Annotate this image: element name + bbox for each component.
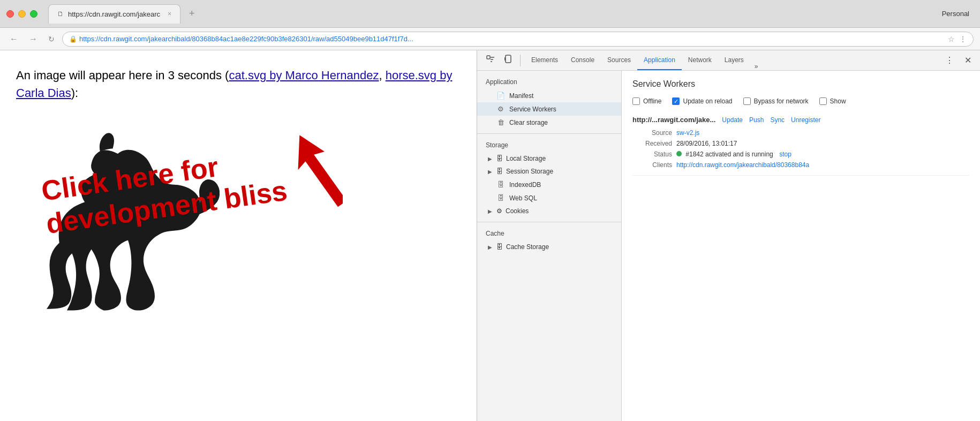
text-before: An image will appear here in 3 seconds ( [16, 69, 229, 82]
address-bar[interactable]: 🔒 https://cdn.rawgit.com/jakearchibald/8… [62, 32, 974, 47]
cookies-icon: ⚙ [496, 207, 502, 215]
push-link[interactable]: Push [749, 116, 764, 124]
devtools-actions: ⋮ ✕ [941, 53, 976, 67]
traffic-lights [6, 10, 37, 18]
service-workers-icon: ⚙ [496, 105, 505, 113]
sw-source-row: Source sw-v2.js [632, 129, 969, 137]
maximize-button[interactable] [30, 10, 37, 18]
address-menu-icon[interactable]: ⋮ [959, 35, 967, 43]
offline-checkbox-label[interactable]: Offline [632, 97, 661, 105]
toolbar-separator [520, 55, 521, 66]
tab-area: 🗋 https://cdn.rawgit.com/jakearc × + [48, 4, 942, 24]
panel-title: Service Workers [632, 79, 969, 89]
new-tab-button[interactable]: + [180, 5, 203, 22]
reload-button[interactable]: ↻ [45, 33, 58, 46]
arrow-icon-3: ▶ [488, 208, 492, 214]
clients-value: http://cdn.rawgit.com/jakearchibald/8036… [676, 161, 809, 169]
sidebar-section-cache: Cache [477, 227, 621, 240]
status-indicator: #1842 activated and is running stop [676, 151, 791, 158]
sidebar-item-indexeddb[interactable]: 🗄 IndexedDB [477, 178, 621, 191]
more-tabs-button[interactable]: » [750, 63, 763, 70]
received-value: 28/09/2016, 13:01:17 [676, 140, 737, 147]
update-link[interactable]: Update [722, 116, 743, 124]
offline-checkbox[interactable] [632, 97, 640, 105]
forward-button[interactable]: → [26, 32, 41, 46]
address-text: https://cdn.rawgit.com/jakearchibald/803… [79, 35, 944, 43]
update-on-reload-label[interactable]: ✓ Update on reload [672, 97, 732, 105]
sidebar-item-local-storage[interactable]: ▶ 🗄 Local Storage [477, 152, 621, 165]
sw-received-row: Received 28/09/2016, 13:01:17 [632, 140, 969, 147]
devtools-body: Application 📄 Manifest ⚙ Service Workers… [477, 71, 980, 421]
manifest-icon: 📄 [496, 92, 505, 100]
sidebar-separator-1 [477, 133, 621, 134]
indexeddb-icon: 🗄 [496, 181, 505, 189]
text-after: ): [71, 86, 78, 100]
browser-tab[interactable]: 🗋 https://cdn.rawgit.com/jakearc × [48, 4, 180, 24]
sidebar-item-cookies[interactable]: ▶ ⚙ Cookies [477, 205, 621, 217]
sidebar-item-session-storage[interactable]: ▶ 🗄 Session Storage [477, 165, 621, 178]
devtools-menu-button[interactable]: ⋮ [941, 53, 958, 67]
status-value: #1842 activated and is running [685, 151, 773, 158]
session-storage-icon: 🗄 [496, 168, 503, 175]
tab-favicon-icon: 🗋 [57, 10, 64, 18]
cat-link[interactable]: cat.svg by Marco Hernandez [229, 69, 379, 82]
devtools-sidebar: Application 📄 Manifest ⚙ Service Workers… [477, 71, 622, 421]
profile-label: Personal [942, 10, 974, 18]
tab-close-button[interactable]: × [168, 10, 171, 18]
tab-sources[interactable]: Sources [601, 50, 637, 70]
webpage-content: An image will appear here in 3 seconds (… [0, 50, 477, 421]
sidebar-item-manifest[interactable]: 📄 Manifest [477, 89, 621, 102]
minimize-button[interactable] [18, 10, 26, 18]
status-label: Status [635, 151, 672, 158]
sidebar-item-clear-storage[interactable]: 🗑 Clear storage [477, 116, 621, 129]
show-checkbox[interactable] [819, 97, 827, 105]
bypass-network-label[interactable]: Bypass for network [743, 97, 809, 105]
devtools-tabs: Elements Console Sources Application Net… [523, 50, 941, 70]
devtools-toolbar: Elements Console Sources Application Net… [477, 50, 980, 71]
ssl-lock-icon: 🔒 [69, 35, 77, 43]
back-button[interactable]: ← [6, 32, 21, 46]
content-area: An image will appear here in 3 seconds (… [0, 50, 980, 421]
device-toggle-button[interactable] [500, 52, 518, 69]
sw-clients-row: Clients http://cdn.rawgit.com/jakearchib… [632, 161, 969, 169]
tab-network[interactable]: Network [682, 50, 718, 70]
horse-image [16, 112, 273, 359]
sw-url-row: http://...rawgit.com/jake... Update Push… [632, 116, 969, 124]
bypass-network-checkbox[interactable] [743, 97, 751, 105]
tab-url-label: https://cdn.rawgit.com/jakearc [68, 10, 160, 18]
tab-elements[interactable]: Elements [525, 50, 564, 70]
tab-console[interactable]: Console [564, 50, 601, 70]
cache-storage-icon: 🗄 [496, 243, 503, 251]
source-label: Source [635, 129, 672, 137]
svg-rect-1 [487, 56, 490, 59]
sidebar-separator-2 [477, 222, 621, 222]
unregister-link[interactable]: Unregister [791, 116, 820, 124]
nav-bar: ← → ↻ 🔒 https://cdn.rawgit.com/jakearchi… [0, 28, 980, 50]
sw-status-row: Status #1842 activated and is running st… [632, 151, 969, 158]
inspect-element-button[interactable] [481, 52, 500, 69]
devtools-close-button[interactable]: ✕ [960, 53, 976, 67]
sidebar-section-application: Application [477, 75, 621, 89]
sidebar-item-web-sql[interactable]: 🗄 Web SQL [477, 191, 621, 205]
sw-entry: http://...rawgit.com/jake... Update Push… [632, 116, 969, 176]
sidebar-item-service-workers[interactable]: ⚙ Service Workers [477, 102, 621, 116]
arrow-icon-4: ▶ [488, 244, 492, 250]
devtools-main: Service Workers Offline ✓ Update on relo… [622, 71, 980, 421]
close-button[interactable] [6, 10, 14, 18]
local-storage-icon: 🗄 [496, 155, 503, 162]
title-bar: 🗋 https://cdn.rawgit.com/jakearc × + Per… [0, 0, 980, 28]
sidebar-item-cache-storage[interactable]: ▶ 🗄 Cache Storage [477, 240, 621, 253]
received-label: Received [635, 140, 672, 147]
arrow-icon: ▶ [488, 156, 492, 162]
sync-link[interactable]: Sync [770, 116, 785, 124]
clients-label: Clients [635, 161, 672, 169]
status-dot-icon [676, 151, 682, 156]
source-file-link[interactable]: sw-v2.js [676, 129, 699, 137]
show-label[interactable]: Show [819, 97, 846, 105]
tab-layers[interactable]: Layers [718, 50, 750, 70]
stop-link[interactable]: stop [779, 151, 791, 158]
bookmark-icon[interactable]: ☆ [948, 35, 955, 43]
update-on-reload-checkbox[interactable]: ✓ [672, 97, 680, 105]
tab-application[interactable]: Application [637, 50, 682, 70]
sidebar-section-storage: Storage [477, 138, 621, 152]
